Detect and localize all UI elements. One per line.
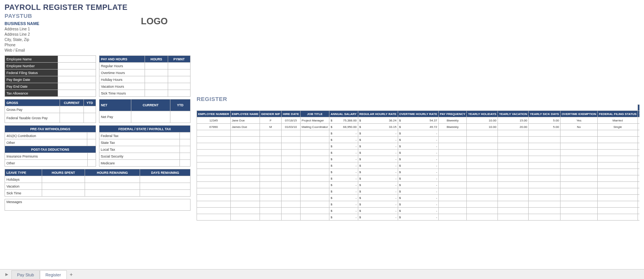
table-row[interactable]: $-$-$- xyxy=(197,188,640,195)
table-row[interactable]: 12345Jane DoeF07/18/15Project Manager$75… xyxy=(197,117,640,124)
pretax-table: PRE-TAX WITHHOLDINGS 401(K) Contribution… xyxy=(5,125,96,146)
field-label: Employee Name xyxy=(5,56,58,63)
address-line: City, State, Zip xyxy=(5,37,128,43)
messages-table: Messages xyxy=(5,199,191,211)
table-row[interactable]: $-$-$- xyxy=(197,137,640,143)
leave-table: LEAVE TYPEHOURS SPENTHOURS REMAININGDAYS… xyxy=(5,169,191,197)
register-title: REGISTER xyxy=(197,96,639,102)
business-name: BUSINESS NAME xyxy=(5,21,128,26)
field-value[interactable] xyxy=(58,56,96,63)
fedtax-table: FEDERAL / STATE / PAYROLL TAX Federal Ta… xyxy=(99,125,191,167)
table-row[interactable]: $-$-$- xyxy=(197,175,640,182)
address-line: Web / Email xyxy=(5,48,128,53)
address-line: Phone xyxy=(5,43,128,48)
table-row[interactable]: $-$-$- xyxy=(197,195,640,201)
tab-register[interactable]: Register xyxy=(40,270,67,279)
table-row[interactable]: $-$-$- xyxy=(197,150,640,156)
address-line: Address Line 2 xyxy=(5,32,128,37)
page-title: PAYROLL REGISTER TEMPLATE xyxy=(5,3,128,12)
table-row[interactable]: 67890James DoeM01/03/10Mailing Coordinat… xyxy=(197,124,640,130)
table-row[interactable]: $-$-$- xyxy=(197,169,640,175)
gross-table: GROSSCURRENTYTD Gross Pay Federal Taxabl… xyxy=(5,99,96,123)
table-row[interactable]: $-$-$- xyxy=(197,201,640,208)
subtitle: PAYSTUB xyxy=(5,13,128,19)
tab-paystub[interactable]: Pay Stub xyxy=(11,270,40,279)
table-row[interactable]: $-$-$- xyxy=(197,208,640,214)
paystub-panel: PAYROLL REGISTER TEMPLATE PAYSTUB BUSINE… xyxy=(5,3,191,221)
register-table: PRE-TAX WITHHOLDINGS FEDERAL, STATE AN E… xyxy=(197,104,639,221)
employee-info-table: Employee Name Employee Number Federal Fi… xyxy=(5,55,96,97)
table-row[interactable]: $-$-$- xyxy=(197,130,640,137)
address-line: Address Line 1 xyxy=(5,27,128,32)
pay-hours-table: PAY AND HOURSHOURSPYMNT Regular Hours Ov… xyxy=(99,55,191,97)
tab-nav-prev-icon[interactable]: ▶ xyxy=(2,270,11,279)
sheet-tabs: ▶ Pay Stub Register + xyxy=(0,269,644,279)
net-table: NETCURRENTYTD Net Pay xyxy=(99,99,191,123)
table-row[interactable]: $-$-$- xyxy=(197,182,640,188)
table-row[interactable]: $-$-$- xyxy=(197,162,640,169)
logo-placeholder: LOGO xyxy=(141,16,168,27)
table-row[interactable]: $-$-$- xyxy=(197,156,640,162)
table-row[interactable]: $-$-$- xyxy=(197,214,640,221)
table-row[interactable]: $-$-$- xyxy=(197,143,640,150)
add-tab-icon[interactable]: + xyxy=(67,270,76,279)
register-panel: REGISTER PRE-TAX WITHHOLDINGS FEDERAL, S… xyxy=(197,3,639,221)
posttax-table: POST-TAX DEDUCTIONS Insurance Premiums O… xyxy=(5,146,96,167)
